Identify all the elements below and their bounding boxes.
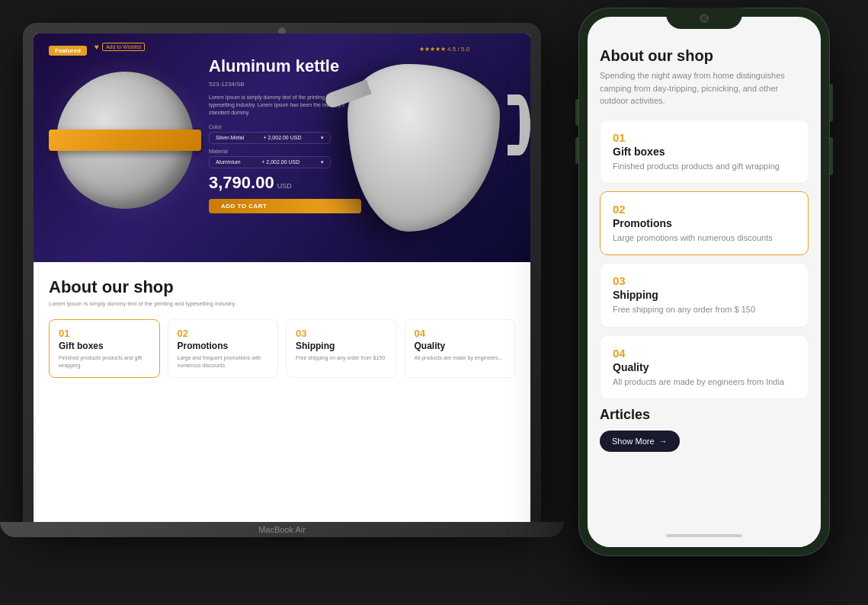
feature-card-giftboxes[interactable]: 01 Gift boxes Finished products products… <box>49 319 160 378</box>
card-title-4: Quality <box>415 341 506 351</box>
phone-card-quality[interactable]: 04 Quality All products are made by engi… <box>600 335 809 399</box>
featured-badge: Featured <box>49 46 87 56</box>
phone-card-giftboxes[interactable]: 01 Gift boxes Finished products products… <box>600 120 809 184</box>
heart-icon: ♥ <box>94 43 99 51</box>
card-num-2: 02 <box>178 328 269 339</box>
phone-screen: About our shop Spending the night away f… <box>588 17 821 547</box>
card-num-4: 04 <box>415 328 506 339</box>
home-indicator <box>666 534 742 537</box>
product-sku: 523-1234/SB <box>209 81 361 88</box>
feature-card-quality[interactable]: 04 Quality All products are made by engi… <box>405 319 516 378</box>
kettle-side-image <box>348 64 515 247</box>
phone-card-promotions[interactable]: 02 Promotions Large promotions with nume… <box>600 191 809 255</box>
phone-volume-up-button <box>575 99 578 126</box>
phone-card-title-4: Quality <box>613 361 796 373</box>
phone-card-title-1: Gift boxes <box>613 146 796 158</box>
card-title-3: Shipping <box>296 341 387 351</box>
chevron-down-icon: ▾ <box>321 135 324 141</box>
price-currency: USD <box>277 182 292 190</box>
kettle-base-shape <box>56 72 194 209</box>
card-desc-4: All products are made by engineers... <box>415 354 506 362</box>
card-num-3: 03 <box>296 328 387 339</box>
hero-product-info: Aluminum kettle 523-1234/SB Lorem Ipsum … <box>209 56 361 213</box>
arrow-icon: → <box>659 437 668 446</box>
phone-card-desc-1: Finished products products and gift wrap… <box>613 161 796 172</box>
show-more-button[interactable]: Show More → <box>600 431 680 452</box>
card-title-2: Promotions <box>178 341 269 351</box>
color-label: Color <box>209 124 361 130</box>
phone-card-title-2: Promotions <box>613 217 796 229</box>
laptop-base: MacBook Air <box>0 522 564 537</box>
price-amount: 3,790.00 <box>209 173 274 193</box>
about-desc: Lorem Ipsum is simply dummy text of the … <box>49 300 515 307</box>
phone-silent-button <box>575 137 578 164</box>
product-title: Aluminum kettle <box>209 56 361 76</box>
kettle-handle <box>508 94 530 155</box>
phone-card-num-2: 02 <box>613 203 796 216</box>
phone-content-area: About our shop Spending the night away f… <box>588 17 821 524</box>
card-num-1: 01 <box>59 328 150 339</box>
laptop-body: Featured ♥ Add to Wishlist ★★★★★ 4.5 / 5… <box>23 23 541 526</box>
card-desc-1: Finished products products and gift wrap… <box>59 354 150 370</box>
articles-section-title: Articles <box>600 407 809 423</box>
phone-volume-down-button <box>830 137 833 175</box>
color-price: + 2,002.00 USD <box>263 135 301 140</box>
laptop-brand-label: MacBook Air <box>0 522 564 537</box>
wishlist-button[interactable]: ♥ Add to Wishlist <box>94 43 145 51</box>
kettle-side-shape <box>348 64 500 232</box>
material-value: Aluminium <box>216 159 241 165</box>
product-price: 3,790.00 USD <box>209 173 361 193</box>
phone-card-desc-2: Large promotions with numerous discounts <box>613 232 796 244</box>
material-label: Material <box>209 149 361 154</box>
phone-card-desc-3: Free shipping on any order from $ 150 <box>613 304 796 315</box>
wishlist-label: Add to Wishlist <box>102 43 145 51</box>
laptop-device: Featured ♥ Add to Wishlist ★★★★★ 4.5 / 5… <box>23 23 579 579</box>
about-title: About our shop <box>49 277 515 297</box>
phone-card-desc-4: All products are made by engineers from … <box>613 376 796 388</box>
laptop-screen: Featured ♥ Add to Wishlist ★★★★★ 4.5 / 5… <box>34 34 530 526</box>
phone-power-button <box>830 84 833 122</box>
color-select[interactable]: Silver-Metal + 2,002.00 USD ▾ <box>209 132 331 144</box>
material-select[interactable]: Aluminium + 2,002.00 USD ▾ <box>209 156 331 168</box>
show-more-label: Show More <box>612 437 655 446</box>
card-desc-2: Large and frequent promotions with numer… <box>178 354 269 370</box>
card-title-1: Gift boxes <box>59 341 150 351</box>
hero-section: Featured ♥ Add to Wishlist ★★★★★ 4.5 / 5… <box>34 34 530 262</box>
feature-card-promotions[interactable]: 02 Promotions Large and frequent promoti… <box>168 319 279 378</box>
phone-about-title: About our shop <box>600 47 809 65</box>
phone-card-num-4: 04 <box>613 347 796 360</box>
phone-home-bar <box>588 524 821 547</box>
kettle-band <box>49 130 201 151</box>
add-to-cart-button[interactable]: ADD TO CART <box>209 199 361 213</box>
phone-card-num-3: 03 <box>613 274 796 287</box>
material-price: + 2,002.00 USD <box>261 159 299 165</box>
phone-card-title-3: Shipping <box>613 289 796 301</box>
phone-notch <box>666 8 742 29</box>
chevron-down-icon2: ▾ <box>321 159 324 165</box>
feature-cards-row: 01 Gift boxes Finished products products… <box>49 319 515 378</box>
phone-body: About our shop Spending the night away f… <box>578 8 830 556</box>
about-section: About our shop Lorem Ipsum is simply dum… <box>34 262 530 386</box>
color-value: Silver-Metal <box>216 135 244 140</box>
card-desc-3: Free shipping on any order from $150 <box>296 354 387 362</box>
phone-card-shipping[interactable]: 03 Shipping Free shipping on any order f… <box>600 263 809 327</box>
feature-card-shipping[interactable]: 03 Shipping Free shipping on any order f… <box>286 319 397 378</box>
rating-display: ★★★★★ 4.5 / 5.0 <box>419 46 469 53</box>
phone-camera <box>700 14 709 23</box>
product-image-round <box>49 56 201 224</box>
phone-card-num-1: 01 <box>613 131 796 144</box>
phone-about-desc: Spending the night away from home distin… <box>600 69 809 107</box>
phone-device: About our shop Spending the night away f… <box>578 8 845 594</box>
